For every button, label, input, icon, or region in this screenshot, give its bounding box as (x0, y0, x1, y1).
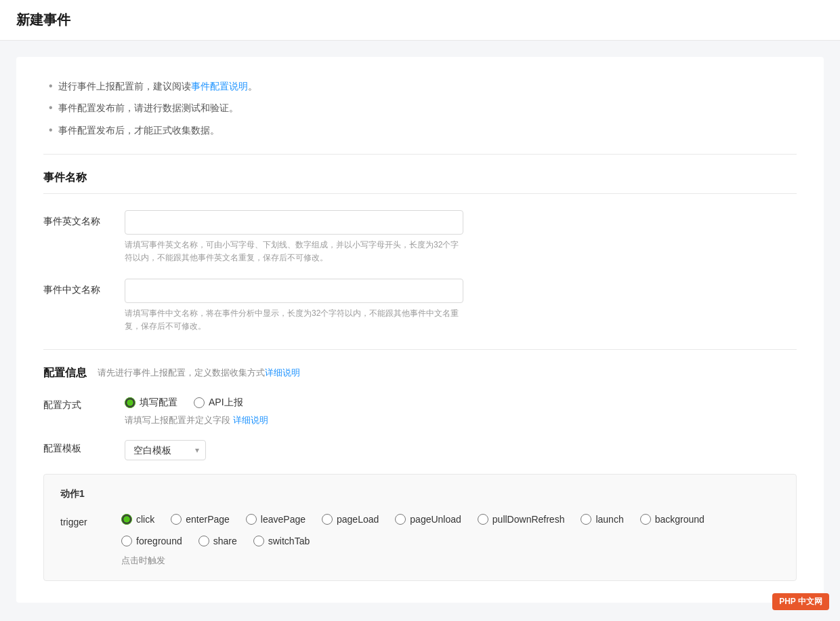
chinese-name-hint: 请填写事件中文名称，将在事件分析中显示，长度为32个字符以内，不能跟其他事件中文… (125, 307, 463, 333)
notice-link-1[interactable]: 事件配置说明 (191, 81, 248, 92)
config-method-options: 填写配置 API上报 请填写上报配置并定义字段 详细说明 (125, 397, 268, 426)
page-header: 新建事件 (0, 0, 840, 41)
config-section-title: 配置信息 (43, 366, 87, 380)
trigger-switchTab-input[interactable] (253, 536, 264, 546)
chinese-name-row: 事件中文名称 请填写事件中文名称，将在事件分析中显示，长度为32个字符以内，不能… (43, 279, 797, 333)
trigger-pullDownRefresh-input[interactable] (478, 514, 488, 525)
trigger-click-input[interactable] (121, 514, 132, 525)
trigger-share-input[interactable] (198, 536, 209, 546)
config-method-hint: 请填写上报配置并定义字段 详细说明 (125, 414, 268, 426)
event-name-section-title: 事件名称 (43, 171, 797, 194)
divider-2 (43, 349, 797, 350)
trigger-enterPage[interactable]: enterPage (171, 514, 230, 525)
radio-api-input[interactable] (194, 397, 205, 408)
trigger-background[interactable]: background (640, 514, 705, 525)
trigger-click-label: click (136, 514, 154, 525)
config-template-row: 配置模板 空白模板 ▾ (43, 440, 797, 460)
trigger-pageLoad-label: pageLoad (337, 514, 379, 525)
trigger-share-label: share (213, 536, 237, 546)
main-card: 进行事件上报配置前，建议阅读事件配置说明。 事件配置发布前，请进行数据测试和验证… (16, 57, 824, 603)
config-section-header: 配置信息 请先进行事件上报配置，定义数据收集方式详细说明 (43, 366, 797, 380)
radio-fill-label: 填写配置 (140, 397, 177, 409)
english-name-row: 事件英文名称 请填写事件英文名称，可由小写字母、下划线、数字组成，并以小写字母开… (43, 210, 797, 264)
trigger-foreground-input[interactable] (121, 536, 132, 546)
php-badge: PHP 中文网 (772, 593, 829, 610)
config-template-label: 配置模板 (43, 440, 125, 455)
trigger-enterPage-input[interactable] (171, 514, 182, 525)
main-content: 进行事件上报配置前，建议阅读事件配置说明。 事件配置发布前，请进行数据测试和验证… (0, 41, 840, 619)
radio-api-label: API上报 (209, 397, 243, 409)
english-name-label: 事件英文名称 (43, 210, 125, 228)
trigger-label: trigger (60, 514, 121, 527)
trigger-options: click enterPage leavePage pageLo (121, 514, 780, 567)
trigger-enterPage-label: enterPage (186, 514, 230, 525)
trigger-leavePage[interactable]: leavePage (246, 514, 306, 525)
trigger-row: trigger click enterPage l (60, 514, 780, 567)
notice-item-3: 事件配置发布后，才能正式收集数据。 (49, 123, 797, 138)
trigger-pageLoad[interactable]: pageLoad (322, 514, 379, 525)
trigger-pageUnload[interactable]: pageUnload (395, 514, 461, 525)
config-method-radio-group: 填写配置 API上报 (125, 397, 268, 409)
trigger-share[interactable]: share (198, 536, 237, 546)
trigger-launch-input[interactable] (581, 514, 591, 525)
english-name-field: 请填写事件英文名称，可由小写字母、下划线、数字组成，并以小写字母开头，长度为32… (125, 210, 797, 264)
action-title: 动作1 (60, 488, 780, 500)
chinese-name-input[interactable] (125, 279, 463, 303)
page-title: 新建事件 (16, 11, 824, 29)
trigger-foreground[interactable]: foreground (121, 536, 182, 546)
english-name-hint: 请填写事件英文名称，可由小写字母、下划线、数字组成，并以小写字母开头，长度为32… (125, 239, 463, 264)
action-card: 动作1 trigger click enterPage (43, 474, 797, 581)
trigger-foreground-label: foreground (136, 536, 182, 546)
radio-fill[interactable]: 填写配置 (125, 397, 177, 409)
trigger-leavePage-input[interactable] (246, 514, 257, 525)
trigger-background-input[interactable] (640, 514, 651, 525)
notice-item-2: 事件配置发布前，请进行数据测试和验证。 (49, 100, 797, 115)
config-template-select[interactable]: 空白模板 (125, 440, 206, 460)
trigger-leavePage-label: leavePage (261, 514, 306, 525)
divider-1 (43, 154, 797, 155)
english-name-input[interactable] (125, 210, 463, 235)
trigger-switchTab[interactable]: switchTab (253, 536, 310, 546)
trigger-radio-group: click enterPage leavePage pageLo (121, 514, 780, 546)
chinese-name-field: 请填写事件中文名称，将在事件分析中显示，长度为32个字符以内，不能跟其他事件中文… (125, 279, 797, 333)
config-method-label: 配置方式 (43, 397, 125, 412)
trigger-switchTab-label: switchTab (268, 536, 310, 546)
trigger-pageLoad-input[interactable] (322, 514, 333, 525)
trigger-pullDownRefresh-label: pullDownRefresh (492, 514, 565, 525)
config-method-row: 配置方式 填写配置 API上报 请填写上报配置并定义字段 详细说明 (43, 397, 797, 426)
notice-list: 进行事件上报配置前，建议阅读事件配置说明。 事件配置发布前，请进行数据测试和验证… (43, 79, 797, 138)
config-section-desc: 请先进行事件上报配置，定义数据收集方式详细说明 (98, 367, 300, 379)
chinese-name-label: 事件中文名称 (43, 279, 125, 296)
trigger-pullDownRefresh[interactable]: pullDownRefresh (478, 514, 565, 525)
trigger-pageUnload-input[interactable] (395, 514, 406, 525)
trigger-pageUnload-label: pageUnload (410, 514, 461, 525)
trigger-hint: 点击时触发 (121, 555, 780, 567)
trigger-launch-label: launch (595, 514, 623, 525)
config-method-hint-link[interactable]: 详细说明 (233, 415, 268, 425)
notice-item-1: 进行事件上报配置前，建议阅读事件配置说明。 (49, 79, 797, 94)
radio-api[interactable]: API上报 (194, 397, 243, 409)
config-detail-link[interactable]: 详细说明 (265, 367, 300, 378)
trigger-launch[interactable]: launch (581, 514, 623, 525)
radio-fill-input[interactable] (125, 397, 135, 408)
config-template-select-wrapper: 空白模板 ▾ (125, 440, 206, 460)
trigger-background-label: background (655, 514, 705, 525)
trigger-click[interactable]: click (121, 514, 154, 525)
